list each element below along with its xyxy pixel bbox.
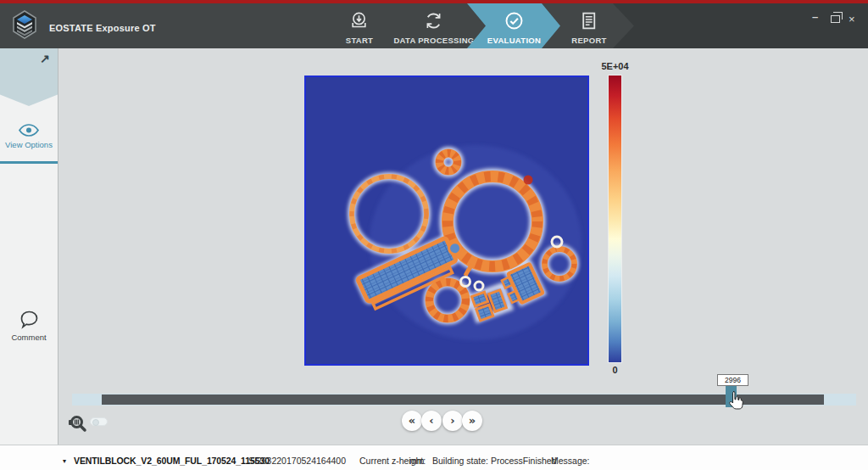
sync-icon [424,11,443,31]
first-layer-button[interactable]: « [402,411,422,431]
building-state: Building state: ProcessFinished [432,456,557,466]
nav-step-data-processing[interactable]: DATA PROCESSING [392,3,476,48]
comment-icon [19,311,39,329]
check-circle-icon [504,11,524,31]
colorbar [608,75,622,363]
sidebar-item-label: Comment [0,333,58,342]
sidebar-divider [0,161,58,164]
job-dropdown-caret-icon[interactable]: ▾ [63,457,66,465]
sidebar-item-label: View Options [0,140,58,149]
close-button[interactable]: × [849,13,855,25]
nav-step-start[interactable]: START [334,3,385,48]
slider-zoom-toggle[interactable] [90,417,108,426]
z-height-unit: mm [409,456,425,466]
magnifier-icon [68,413,89,434]
job-name[interactable]: VENTILBLOCK_V2_60UM_FUL_170524_115530 [74,456,270,466]
sidebar-border [58,48,58,445]
status-bar: ▾ VENTILBLOCK_V2_60UM_FUL_170524_115530 … [0,445,868,470]
layer-slider-tooltip: 2996 [717,374,748,386]
sidebar-item-comment[interactable]: Comment [0,176,58,243]
nav-step-report[interactable]: REPORT [559,3,619,48]
minimize-button[interactable]: – [812,10,818,23]
sidebar: ↗ View Options Comment [0,48,58,445]
job-serial: SI263220170524164400 [248,456,346,466]
colorbar-min-label: 0 [608,365,622,375]
restore-button[interactable] [831,15,840,23]
next-layer-button[interactable]: › [442,411,463,431]
last-layer-button[interactable]: » [462,411,482,431]
exposure-map-canvas [304,76,589,366]
layer-zoom-button[interactable] [68,413,89,437]
eostate-logo-icon [12,10,37,39]
layer-slider-range [102,394,824,405]
report-icon [579,11,598,31]
nav-step-label: START [334,36,385,45]
eye-icon [18,123,40,137]
app-title: EOSTATE Exposure OT [49,23,156,33]
nav-step-label: REPORT [559,36,619,45]
colorbar-max-label: 5E+04 [592,61,638,71]
exposure-map-image [306,77,587,364]
previous-layer-button[interactable]: ‹ [421,411,442,431]
download-icon [349,11,369,31]
sidebar-item-view-options[interactable]: View Options [0,48,58,176]
nav-step-label: DATA PROCESSING [392,36,476,45]
message-label: Message: [551,456,590,466]
title-bar: EOSTATE Exposure OT START DATA PROCESSIN… [0,3,868,48]
